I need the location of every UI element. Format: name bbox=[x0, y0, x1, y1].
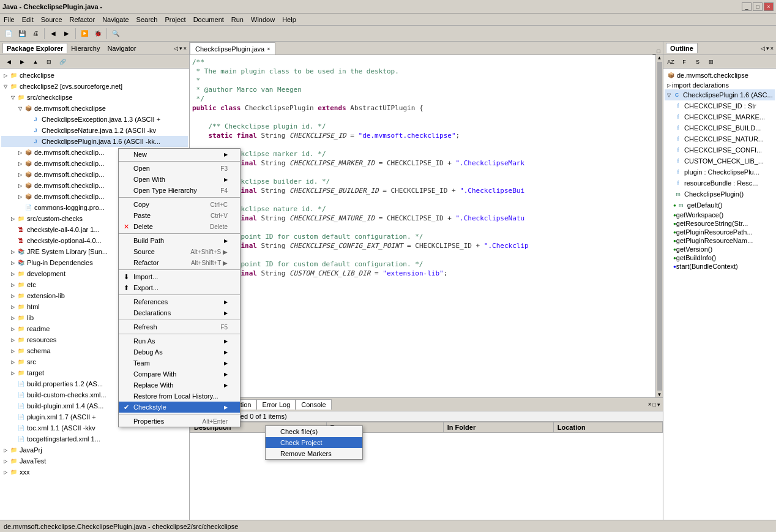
menu-file[interactable]: File bbox=[0, 15, 18, 24]
tree-item-exception[interactable]: J CheckclipseException.java 1.3 (ASCII + bbox=[1, 114, 188, 125]
panel-tool-menu[interactable]: ▾ bbox=[179, 45, 182, 51]
minimize-button[interactable]: _ bbox=[742, 2, 752, 11]
panel-tool-collapse[interactable]: ◁ bbox=[174, 45, 178, 51]
bottom-tab-errorlog[interactable]: Error Log bbox=[256, 399, 296, 410]
outline-item-id[interactable]: f CHECKCLIPSE_ID : Str bbox=[665, 100, 775, 111]
cm-copy[interactable]: Copy Ctrl+C bbox=[119, 199, 240, 210]
tb-run[interactable]: ▶️ bbox=[78, 28, 91, 40]
tab-navigator[interactable]: Navigator bbox=[103, 43, 140, 53]
outline-item-getworkspace[interactable]: ● getWorkspace() bbox=[665, 211, 775, 219]
tree-item-xxx[interactable]: ▷ 📁 xxx bbox=[1, 466, 188, 478]
outline-item-getpluginresource[interactable]: ● getPluginResourcePath... bbox=[665, 228, 775, 236]
menu-document[interactable]: Document bbox=[190, 15, 228, 24]
menu-project[interactable]: Project bbox=[161, 15, 189, 24]
close-button[interactable]: × bbox=[764, 2, 774, 11]
tb-back[interactable]: ◀ bbox=[47, 28, 59, 40]
outline-item-resource[interactable]: f resourceBundle : Resc... bbox=[665, 178, 775, 189]
bottom-min[interactable]: ▾ bbox=[657, 402, 660, 408]
menu-refactor[interactable]: Refactor bbox=[66, 15, 99, 24]
outline-item-constructor[interactable]: m CheckclipsePlugin() bbox=[665, 189, 775, 200]
cm-comparewith[interactable]: Compare With ▶ bbox=[119, 369, 240, 380]
editor-min-btn[interactable]: _ bbox=[653, 48, 656, 54]
outline-item-imports[interactable]: ▷ import declarations bbox=[665, 81, 775, 89]
code-area[interactable]: /** * The main plugin class to be used i… bbox=[190, 55, 655, 397]
cm-export[interactable]: ⬆ Export... bbox=[119, 282, 240, 293]
outline-item-builderid[interactable]: f CHECKCLIPSE_BUILD... bbox=[665, 122, 775, 133]
cm-refresh[interactable]: Refresh F5 bbox=[119, 321, 240, 332]
cm-buildpath[interactable]: Build Path ▶ bbox=[119, 235, 240, 246]
bottom-tab-console[interactable]: Console bbox=[296, 399, 331, 410]
cm-checkfiles[interactable]: Check file(s) bbox=[266, 426, 362, 437]
tb-search[interactable]: 🔍 bbox=[110, 28, 122, 40]
cm-refactor[interactable]: Refactor Alt+Shift+T ▶ bbox=[119, 257, 240, 268]
scroll-thumb[interactable] bbox=[657, 62, 662, 391]
tree-item-package[interactable]: ▽ 📦 de.mvmsoft.checkclipse bbox=[1, 103, 188, 114]
tab-outline[interactable]: Outline bbox=[666, 43, 698, 53]
cm-team[interactable]: Team ▶ bbox=[119, 358, 240, 369]
outline-item-markerid[interactable]: f CHECKCLIPSE_MARKE... bbox=[665, 111, 775, 122]
outline-item-libdir[interactable]: f CUSTOM_CHECK_LIB_... bbox=[665, 155, 775, 167]
tree-item-nature[interactable]: J CheckclipseNature.java 1.2 (ASCII -kv bbox=[1, 125, 188, 136]
tb-print[interactable]: 🖨 bbox=[29, 28, 42, 40]
menu-help[interactable]: Help bbox=[278, 15, 300, 24]
outline-item-getbuildinfo[interactable]: ● getBuildInfo() bbox=[665, 253, 775, 262]
cm-removemarkers[interactable]: Remove Markers bbox=[266, 448, 362, 459]
tree-item-javaprj[interactable]: ▷ 📁 JavaPrj bbox=[1, 444, 188, 455]
maximize-button[interactable]: □ bbox=[753, 2, 763, 11]
menu-source[interactable]: Source bbox=[37, 15, 66, 24]
cm-declarations[interactable]: Declarations ▶ bbox=[119, 307, 240, 318]
menu-run[interactable]: Run bbox=[228, 15, 247, 24]
outline-item-getpluginresourcen[interactable]: ● getPluginResourceNam... bbox=[665, 236, 775, 245]
outline-sort[interactable]: AZ bbox=[665, 56, 677, 68]
panel-collapse-all[interactable]: ⊟ bbox=[43, 56, 55, 68]
editor-tab-plugin[interactable]: CheckclipsePlugin.java × bbox=[190, 42, 275, 54]
panel-forward[interactable]: ▶ bbox=[16, 56, 28, 68]
tree-item-checkclipse2[interactable]: ▽ 📁 checkclipse2 [cvs.sourceforge.net] bbox=[1, 81, 188, 92]
scroll-up[interactable]: ▲ bbox=[657, 55, 662, 61]
editor-max-btn[interactable]: □ bbox=[657, 48, 660, 54]
panel-link[interactable]: 🔗 bbox=[56, 56, 69, 68]
outline-item-class[interactable]: ▽ C CheckclipsePlugin 1.6 (ASC... bbox=[665, 89, 775, 100]
outline-item-configid[interactable]: f CHECKCLIPSE_CONFI... bbox=[665, 144, 775, 155]
cm-runas[interactable]: Run As ▶ bbox=[119, 335, 240, 347]
scroll-down[interactable]: ▼ bbox=[657, 392, 662, 397]
tree-item-javatest[interactable]: ▷ 📁 JavaTest bbox=[1, 455, 188, 466]
tb-debug[interactable]: 🐞 bbox=[92, 28, 104, 40]
tab-hierarchy[interactable]: Hierarchy bbox=[67, 43, 103, 53]
cm-new[interactable]: New ▶ bbox=[119, 149, 240, 160]
outline-tool-1[interactable]: ◁ bbox=[761, 45, 765, 51]
outline-item-natureid[interactable]: f CHECKCLIPSE_NATUR... bbox=[665, 133, 775, 144]
tree-item-plugin[interactable]: J CheckclipsePlugin.java 1.6 (ASCII -kk.… bbox=[1, 136, 188, 147]
cm-checkstyle[interactable]: ✔ Checkstyle ▶ bbox=[119, 402, 240, 413]
outline-hide-fields[interactable]: F bbox=[678, 56, 690, 68]
cm-checkproject[interactable]: Check Project bbox=[266, 437, 362, 448]
editor-tab-close[interactable]: × bbox=[267, 46, 270, 52]
outline-tool-2[interactable]: ▾ bbox=[766, 45, 769, 51]
tree-item-tocgetting[interactable]: 📄 tocgettingstarted.xml 1... bbox=[1, 433, 188, 444]
cm-debugas[interactable]: Debug As ▶ bbox=[119, 347, 240, 358]
cm-restorefromlocal[interactable]: Restore from Local History... bbox=[119, 391, 240, 402]
panel-tool-close[interactable]: × bbox=[184, 45, 187, 51]
bottom-close[interactable]: × bbox=[648, 401, 652, 408]
menu-window[interactable]: Window bbox=[247, 15, 278, 24]
cm-paste[interactable]: Paste Ctrl+V bbox=[119, 210, 240, 221]
outline-tool-close[interactable]: × bbox=[770, 45, 774, 51]
tree-item-src[interactable]: ▽ 📁 src/checkclipse bbox=[1, 92, 188, 103]
cm-opentypehierarchy[interactable]: Open Type Hierarchy F4 bbox=[119, 185, 240, 196]
cm-properties[interactable]: Properties Alt+Enter bbox=[119, 416, 240, 427]
menu-navigate[interactable]: Navigate bbox=[99, 15, 132, 24]
cm-openwith[interactable]: Open With ▶ bbox=[119, 174, 240, 185]
menu-edit[interactable]: Edit bbox=[18, 15, 37, 24]
tb-forward[interactable]: ▶ bbox=[61, 28, 73, 40]
outline-item-start[interactable]: ● start(BundleContext) bbox=[665, 262, 775, 271]
outline-item-getdefault[interactable]: ● m getDefault() bbox=[665, 200, 775, 211]
menu-search[interactable]: Search bbox=[133, 15, 162, 24]
panel-back[interactable]: ◀ bbox=[2, 56, 15, 68]
tree-item-checkclipse[interactable]: ▷ 📁 checkclipse bbox=[1, 70, 188, 81]
outline-item-getversion[interactable]: ● getVersion() bbox=[665, 245, 775, 253]
bottom-max[interactable]: □ bbox=[653, 402, 656, 408]
editor-scrollbar[interactable]: ▲ ▼ bbox=[655, 55, 663, 397]
outline-expand[interactable]: ⊞ bbox=[705, 56, 717, 68]
tab-package-explorer[interactable]: Package Explorer bbox=[2, 43, 67, 53]
outline-item-package[interactable]: 📦 de.mvmsoft.checkclipse bbox=[665, 70, 775, 81]
